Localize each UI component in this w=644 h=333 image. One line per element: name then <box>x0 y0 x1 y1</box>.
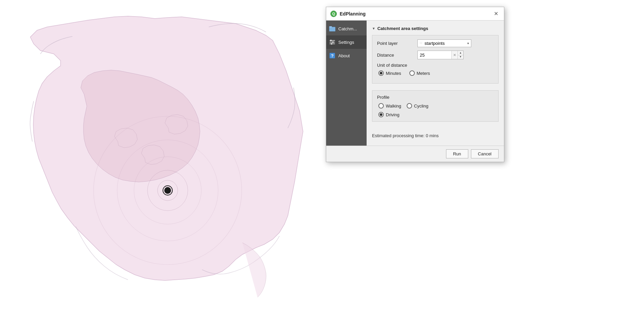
title-bar: Q EdPlanning ✕ <box>326 7 504 21</box>
dialog-body: Catchm... Settings ? About <box>326 21 504 146</box>
unit-label: Unit of distance <box>377 63 494 68</box>
profile-driving-group: Driving <box>377 112 494 117</box>
spinner-up-button[interactable]: ▲ <box>458 51 463 55</box>
distance-clear-button[interactable]: ✕ <box>451 51 457 59</box>
spinner-down-button[interactable]: ▼ <box>458 55 463 59</box>
profile-walking-radio[interactable]: Walking <box>378 103 401 109</box>
settings-panel: Point layer ∷ startpoints ▾ Distance <box>372 35 499 84</box>
layer-dots-icon: ∷ <box>420 41 422 46</box>
processing-time: Estimated processing time: 0 mins <box>372 131 499 140</box>
profile-label: Profile <box>377 95 494 100</box>
layer-select-value: startpoints <box>425 41 465 46</box>
sidebar-item-about[interactable]: ? About <box>326 49 367 62</box>
section-arrow-icon: ▼ <box>372 27 375 30</box>
svg-text:Q: Q <box>332 12 335 16</box>
sidebar: Catchm... Settings ? About <box>326 21 367 146</box>
point-layer-row: Point layer ∷ startpoints ▾ <box>377 39 494 47</box>
point-layer-select[interactable]: ∷ startpoints ▾ <box>417 39 471 47</box>
svg-rect-10 <box>329 26 332 28</box>
run-button[interactable]: Run <box>446 149 468 158</box>
dialog: Q EdPlanning ✕ Catchm... <box>326 7 504 162</box>
section-title: Catchment area settings <box>377 26 428 31</box>
meters-label: Meters <box>417 71 430 76</box>
app-icon: Q <box>330 10 337 17</box>
cycling-radio-circle <box>407 103 412 109</box>
distance-row: Distance ✕ ▲ ▼ <box>377 51 494 59</box>
help-icon: ? <box>329 52 336 59</box>
sidebar-item-catchm[interactable]: Catchm... <box>326 22 367 35</box>
profile-radio-group: Walking Cycling <box>377 103 494 109</box>
distance-input[interactable] <box>418 52 451 58</box>
unit-meters-radio[interactable]: Meters <box>409 70 430 76</box>
unit-section: Unit of distance Minutes Meters <box>377 63 494 76</box>
distance-input-wrap: ✕ ▲ ▼ <box>417 51 464 59</box>
walking-radio-circle <box>378 103 384 109</box>
distance-control: ✕ ▲ ▼ <box>417 51 494 59</box>
cycling-label: Cycling <box>414 103 429 109</box>
driving-label: Driving <box>386 112 399 117</box>
close-button[interactable]: ✕ <box>492 10 500 18</box>
unit-minutes-radio[interactable]: Minutes <box>378 70 401 76</box>
minutes-label: Minutes <box>386 71 401 76</box>
profile-cycling-radio[interactable]: Cycling <box>407 103 429 109</box>
sidebar-item-about-label: About <box>338 53 350 58</box>
unit-radio-group: Minutes Meters <box>377 70 494 76</box>
svg-text:?: ? <box>331 53 334 58</box>
profile-panel: Profile Walking Cycling Driving <box>372 90 499 122</box>
driving-radio-circle <box>378 112 384 117</box>
svg-point-16 <box>331 43 332 44</box>
minutes-radio-circle <box>378 70 384 76</box>
main-content: ▼ Catchment area settings Point layer ∷ … <box>367 21 504 146</box>
sidebar-item-catchm-label: Catchm... <box>338 26 357 31</box>
distance-spinner: ▲ ▼ <box>457 51 463 59</box>
profile-driving-radio[interactable]: Driving <box>378 112 399 117</box>
dialog-title: EdPlanning <box>340 11 366 17</box>
folder-icon <box>329 25 336 32</box>
title-left: Q EdPlanning <box>330 10 366 17</box>
distance-label: Distance <box>377 53 414 58</box>
sidebar-item-settings-label: Settings <box>338 40 354 45</box>
cancel-button[interactable]: Cancel <box>471 149 499 158</box>
section-header: ▼ Catchment area settings <box>372 26 499 31</box>
dialog-footer: Run Cancel <box>326 146 504 162</box>
svg-point-15 <box>332 41 334 43</box>
svg-point-14 <box>330 40 332 41</box>
map-area <box>0 0 323 333</box>
point-layer-control: ∷ startpoints ▾ <box>417 39 494 47</box>
dropdown-arrow-icon: ▾ <box>467 41 469 45</box>
meters-radio-circle <box>409 70 415 76</box>
settings-icon <box>329 39 336 46</box>
sidebar-item-settings[interactable]: Settings <box>326 35 367 49</box>
walking-label: Walking <box>386 103 401 109</box>
svg-point-5 <box>164 187 171 194</box>
point-layer-label: Point layer <box>377 41 414 46</box>
